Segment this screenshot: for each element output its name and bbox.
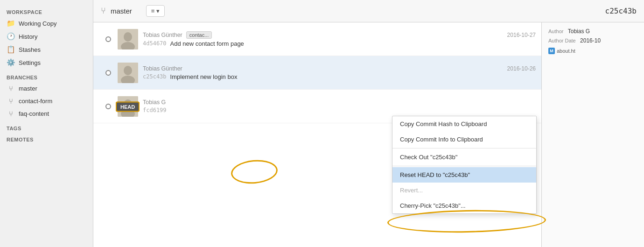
sidebar-branch-master-label: master: [19, 85, 37, 92]
sidebar: Workspace 📁 Working Copy 🕐 History 📋 Sta…: [0, 0, 93, 247]
sidebar-item-settings[interactable]: ⚙️ Settings: [0, 56, 93, 69]
toolbar-branch-icon: ⑂: [101, 6, 106, 16]
workspace-label: Workspace: [0, 6, 93, 17]
svg-point-4: [124, 66, 132, 75]
graph-dot-2: [105, 70, 111, 76]
right-panel: Author Tobias G Author Date 2016-10 M ab…: [541, 22, 644, 247]
commit-branch-tag-1: contac...: [186, 31, 212, 39]
head-badge-wrapper: HEAD: [116, 103, 140, 110]
commit-info-3: Tobias G fcd6199: [143, 99, 536, 113]
sidebar-branch-contact-form-label: contact-form: [19, 98, 52, 105]
commit-msg-1: Add new contact form page: [170, 40, 244, 47]
sidebar-history-label: History: [19, 33, 37, 40]
commit-hash-1: 4d54670: [143, 40, 167, 47]
context-menu-divider-2: [392, 166, 536, 166]
remotes-label: Remotes: [0, 133, 93, 144]
graph-dot-1: [105, 36, 111, 42]
context-menu-item-copy-info[interactable]: Copy Commit Info to Clipboard: [392, 132, 536, 147]
sidebar-stashes-label: Stashes: [19, 46, 41, 53]
clipboard-icon: 📋: [7, 45, 15, 54]
toolbar-dropdown-icon: ▾: [156, 7, 160, 14]
branch-icon-3: ⑂: [7, 110, 15, 118]
commit-hash-display: c25c43b: [605, 7, 637, 15]
commit-info-2: Tobias Günther 2016-10-26 c25c43b Implem…: [143, 65, 536, 80]
toolbar-branch-name: master: [111, 7, 132, 15]
context-menu-item-cherry-pick[interactable]: Cherry-Pick "c25c43b"...: [392, 198, 536, 213]
sidebar-branch-faq-content[interactable]: ⑂ faq-content: [0, 107, 93, 120]
graph-col-1: [99, 36, 118, 42]
author-value: Tobias G: [568, 28, 590, 35]
graph-col-3: HEAD: [99, 104, 118, 109]
commit-author-3: Tobias G: [143, 99, 166, 106]
sidebar-item-stashes[interactable]: 📋 Stashes: [0, 43, 93, 56]
author-date-label: Author Date: [548, 38, 576, 43]
context-menu-item-revert: Revert...: [392, 183, 536, 198]
commit-date-1: 2016-10-27: [507, 32, 536, 38]
context-menu-item-reset-head[interactable]: Reset HEAD to "c25c43b": [392, 167, 536, 183]
context-menu-item-copy-hash[interactable]: Copy Commit Hash to Clipboard: [392, 116, 536, 132]
sidebar-settings-label: Settings: [19, 59, 41, 66]
commit-hash-3: fcd6199: [143, 107, 167, 113]
folder-icon: 📁: [7, 19, 15, 28]
sidebar-item-history[interactable]: 🕐 History: [0, 30, 93, 43]
file-badge-1: M: [548, 48, 555, 54]
tags-label: Tags: [0, 120, 93, 133]
head-badge: HEAD: [116, 101, 140, 112]
context-menu-divider-1: [392, 148, 536, 148]
commit-author-1: Tobias Günther: [143, 32, 182, 38]
file-list-area: M about.ht: [548, 47, 637, 55]
commit-date-2: 2016-10-26: [507, 65, 536, 72]
author-label: Author: [548, 28, 563, 34]
main-panel: ⑂ master ≡ ▾ c25c43b: [93, 0, 644, 247]
toolbar: ⑂ master ≡ ▾ c25c43b: [93, 0, 644, 22]
branch-icon-2: ⑂: [7, 97, 15, 105]
sidebar-branch-master[interactable]: ⑂ master: [0, 82, 93, 95]
graph-dot-3: [105, 104, 111, 109]
avatar-2: [118, 63, 138, 83]
commit-list-area: Tobias Günther contac... 2016-10-27 4d54…: [93, 22, 644, 247]
sidebar-item-working-copy[interactable]: 📁 Working Copy: [0, 17, 93, 30]
commit-info-1: Tobias Günther contac... 2016-10-27 4d54…: [143, 31, 536, 47]
commit-row-2[interactable]: Tobias Günther 2016-10-26 c25c43b Implem…: [93, 56, 541, 90]
avatar-1: [118, 29, 138, 49]
commit-hash-2: c25c43b: [143, 73, 167, 80]
context-menu: Copy Commit Hash to Clipboard Copy Commi…: [392, 116, 537, 214]
svg-point-1: [124, 32, 132, 42]
graph-col-2: [99, 70, 118, 76]
author-date-value: 2016-10: [580, 37, 601, 44]
sidebar-branch-faq-content-label: faq-content: [19, 110, 49, 117]
branches-label: Branches: [0, 69, 93, 82]
clock-icon: 🕐: [7, 32, 15, 41]
context-menu-item-checkout[interactable]: Check Out "c25c43b": [392, 149, 536, 165]
file-name-1: about.ht: [557, 48, 575, 54]
toolbar-menu-icon: ≡: [151, 7, 155, 14]
sidebar-branch-contact-form[interactable]: ⑂ contact-form: [0, 95, 93, 107]
file-entry-1: M about.ht: [548, 47, 637, 55]
toolbar-menu-button[interactable]: ≡ ▾: [146, 5, 165, 17]
gear-icon: ⚙️: [7, 58, 15, 67]
branch-icon: ⑂: [7, 85, 15, 92]
sidebar-working-copy-label: Working Copy: [19, 20, 56, 27]
commit-author-2: Tobias Günther: [143, 65, 182, 72]
commit-msg-2: Implement new login box: [170, 73, 238, 80]
commit-row-1[interactable]: Tobias Günther contac... 2016-10-27 4d54…: [93, 22, 541, 56]
